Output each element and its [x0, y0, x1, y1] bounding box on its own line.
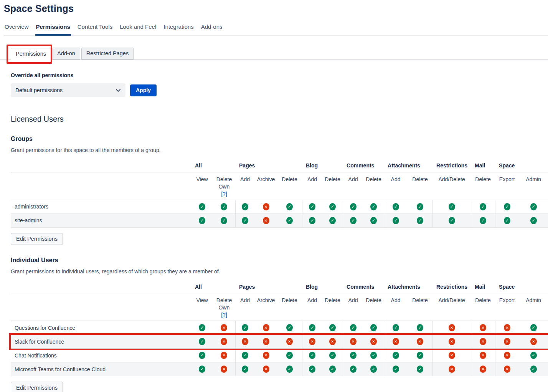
permission-allowed-icon: ✓ [286, 324, 293, 331]
permission-denied-icon: ✕ [504, 366, 510, 373]
perm-cell: ✕ [471, 349, 495, 362]
permission-allowed-icon: ✓ [480, 217, 486, 224]
perm-cell: ✕ [213, 362, 235, 376]
perm-cell: ✓ [363, 200, 384, 213]
permission-allowed-icon: ✓ [286, 366, 293, 373]
permission-allowed-icon: ✓ [530, 324, 537, 331]
subtab-add-on[interactable]: Add-on [52, 48, 80, 60]
perm-cell: ✓ [277, 321, 302, 335]
permission-allowed-icon: ✓ [417, 352, 423, 359]
column-header-delete: Delete [471, 172, 495, 200]
permission-denied-icon: ✕ [263, 338, 269, 345]
permission-denied-icon: ✕ [449, 366, 455, 373]
apply-button[interactable]: Apply [130, 84, 157, 96]
permission-denied-icon: ✕ [221, 338, 227, 345]
table-row-slack-for-confluence: Slack for Confluence✓✕✕✕✕✕✕✕✕✕✕✕✕✕✕ [11, 335, 548, 349]
row-name: Chat Notifications [11, 349, 191, 362]
perm-cell: ✕ [408, 335, 432, 349]
permission-allowed-icon: ✓ [329, 352, 336, 359]
permission-allowed-icon: ✓ [286, 352, 293, 359]
permission-denied-icon: ✕ [309, 338, 315, 345]
individual-users-section: Individual Users Grant permissions to in… [11, 257, 548, 392]
perm-cell: ✕ [495, 362, 519, 376]
perm-cell: ✓ [384, 213, 408, 227]
permission-allowed-icon: ✓ [242, 324, 248, 331]
permission-allowed-icon: ✓ [199, 324, 205, 331]
permission-allowed-icon: ✓ [530, 217, 537, 224]
permission-allowed-icon: ✓ [350, 352, 357, 359]
perm-cell: ✓ [343, 200, 363, 213]
subtab-permissions[interactable]: Permissions [11, 48, 51, 60]
table-row-questions-for-confluence: Questions for Confluence✓✕✓✕✓✓✓✓✓✓✓✕✕✕✓ [11, 321, 548, 335]
column-header-add: Add [384, 172, 408, 200]
permission-denied-icon: ✕ [449, 338, 455, 345]
perm-cell: ✓ [302, 362, 322, 376]
perm-cell: ✕ [495, 321, 519, 335]
column-group-comments: Comments [343, 159, 384, 172]
permission-denied-icon: ✕ [393, 338, 399, 345]
column-header-add: Add [235, 293, 255, 321]
permission-allowed-icon: ✓ [309, 324, 315, 331]
edit-groups-permissions-button[interactable]: Edit Permissions [11, 233, 63, 245]
permission-allowed-icon: ✓ [199, 203, 205, 210]
perm-cell: ✓ [343, 213, 363, 227]
perm-cell: ✓ [191, 349, 213, 362]
override-permissions-label: Override all permissions [11, 72, 548, 78]
permission-allowed-icon: ✓ [309, 366, 315, 373]
perm-cell: ✓ [408, 349, 432, 362]
nav-item-add-ons[interactable]: Add-ons [200, 22, 223, 35]
perm-cell: ✓ [408, 362, 432, 376]
perm-cell: ✓ [432, 200, 471, 213]
column-group-space: Space [495, 281, 548, 293]
nav-item-content-tools[interactable]: Content Tools [77, 22, 113, 35]
perm-cell: ✕ [471, 321, 495, 335]
edit-individual-permissions-button[interactable]: Edit Permissions [11, 382, 63, 392]
permission-denied-icon: ✕ [417, 338, 423, 345]
delete-own-help-link[interactable]: [?] [213, 190, 235, 198]
permission-denied-icon: ✕ [263, 324, 269, 331]
perm-cell: ✕ [255, 362, 277, 376]
permission-allowed-icon: ✓ [350, 217, 357, 224]
permission-denied-icon: ✕ [286, 338, 293, 345]
column-group-all: All [191, 159, 235, 172]
permissions-dropdown[interactable]: Default permissions [11, 83, 125, 97]
column-header-add-delete: Add/Delete [432, 293, 471, 321]
permission-allowed-icon: ✓ [417, 203, 423, 210]
perm-cell: ✕ [255, 349, 277, 362]
permission-allowed-icon: ✓ [530, 366, 537, 373]
subtab-restricted-pages[interactable]: Restricted Pages [81, 48, 134, 60]
perm-cell: ✕ [343, 335, 363, 349]
perm-cell: ✓ [384, 200, 408, 213]
permission-denied-icon: ✕ [263, 352, 269, 359]
column-header-admin: Admin [519, 172, 548, 200]
perm-cell: ✓ [322, 321, 343, 335]
perm-cell: ✓ [277, 200, 302, 213]
permission-allowed-icon: ✓ [329, 203, 336, 210]
perm-cell: ✕ [235, 335, 255, 349]
permission-denied-icon: ✕ [449, 352, 455, 359]
permission-allowed-icon: ✓ [309, 217, 315, 224]
annotation-box-subtab [7, 45, 52, 64]
column-group-all: All [191, 281, 235, 293]
permission-allowed-icon: ✓ [350, 203, 357, 210]
permission-allowed-icon: ✓ [417, 217, 423, 224]
nav-item-overview[interactable]: Overview [4, 22, 30, 35]
permission-denied-icon: ✕ [263, 203, 269, 210]
individual-users-heading: Individual Users [11, 257, 548, 264]
delete-own-help-link[interactable]: [?] [213, 311, 235, 319]
permission-denied-icon: ✕ [350, 338, 357, 345]
permission-allowed-icon: ✓ [370, 217, 377, 224]
perm-cell: ✕ [213, 349, 235, 362]
permission-allowed-icon: ✓ [504, 217, 510, 224]
permission-allowed-icon: ✓ [530, 203, 537, 210]
perm-cell: ✕ [277, 335, 302, 349]
perm-cell: ✕ [384, 335, 408, 349]
permission-allowed-icon: ✓ [393, 324, 399, 331]
column-group-comments: Comments [343, 281, 384, 293]
perm-cell: ✓ [277, 349, 302, 362]
permission-allowed-icon: ✓ [370, 352, 377, 359]
nav-item-look-and-feel[interactable]: Look and Feel [119, 22, 157, 35]
nav-item-integrations[interactable]: Integrations [163, 22, 194, 35]
nav-item-permissions[interactable]: Permissions [35, 22, 71, 36]
column-header-delete: Delete [408, 293, 432, 321]
